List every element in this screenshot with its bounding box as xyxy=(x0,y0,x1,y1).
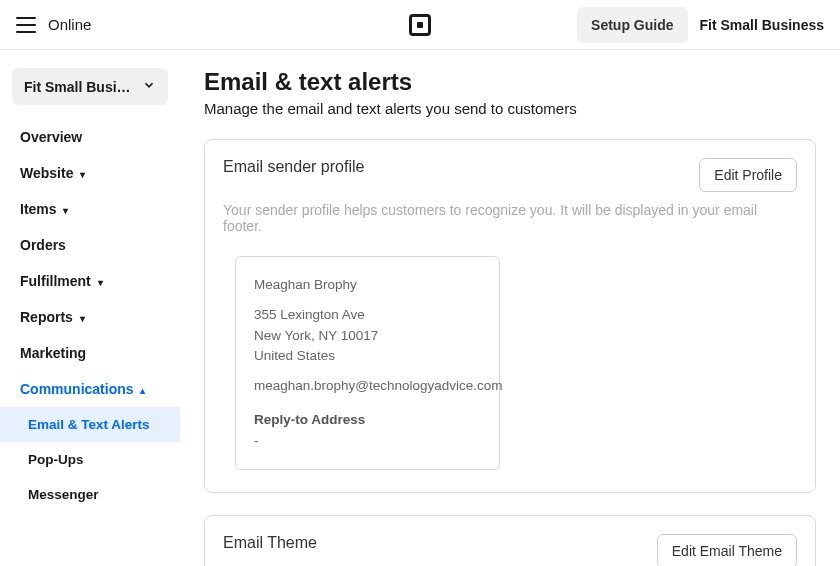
chevron-down-icon: ▾ xyxy=(77,313,85,324)
nav-label: Orders xyxy=(20,237,66,253)
sidebar-item-communications[interactable]: Communications ▴ xyxy=(8,371,172,407)
square-logo-icon xyxy=(409,14,431,36)
sidebar-item-reports[interactable]: Reports ▾ xyxy=(8,299,172,335)
business-name[interactable]: Fit Small Business xyxy=(700,17,824,33)
sender-profile-box: Meaghan Brophy 355 Lexington Ave New Yor… xyxy=(235,256,500,470)
sidebar: Fit Small Busine... Overview Website ▾ I… xyxy=(0,50,180,566)
sidebar-item-overview[interactable]: Overview xyxy=(8,119,172,155)
edit-profile-button[interactable]: Edit Profile xyxy=(699,158,797,192)
sidebar-item-email-text-alerts[interactable]: Email & Text Alerts xyxy=(0,407,180,442)
sender-address-line1: 355 Lexington Ave xyxy=(254,305,481,325)
sender-address-line2: New York, NY 10017 xyxy=(254,326,481,346)
sidebar-item-marketing[interactable]: Marketing xyxy=(8,335,172,371)
main-content: Email & text alerts Manage the email and… xyxy=(180,50,840,566)
card-title: Email Theme xyxy=(223,534,317,552)
sidebar-item-messenger[interactable]: Messenger xyxy=(8,477,172,512)
nav-label: Pop-Ups xyxy=(28,452,84,467)
nav-label: Messenger xyxy=(28,487,99,502)
chevron-down-icon: ▾ xyxy=(77,169,85,180)
chevron-down-icon: ▾ xyxy=(95,277,103,288)
nav-label: Fulfillment xyxy=(20,273,91,289)
page-title: Email & text alerts xyxy=(204,68,816,96)
page-description: Manage the email and text alerts you sen… xyxy=(204,100,816,117)
nav-label: Reports xyxy=(20,309,73,325)
email-theme-card: Email Theme Edit Email Theme Customize y… xyxy=(204,515,816,566)
setup-guide-button[interactable]: Setup Guide xyxy=(577,7,687,43)
sidebar-item-pop-ups[interactable]: Pop-Ups xyxy=(8,442,172,477)
card-title: Email sender profile xyxy=(223,158,364,176)
edit-email-theme-button[interactable]: Edit Email Theme xyxy=(657,534,797,566)
card-subtitle: Your sender profile helps customers to r… xyxy=(223,202,797,234)
nav-label: Email & Text Alerts xyxy=(28,417,150,432)
nav-label: Communications xyxy=(20,381,134,397)
sidebar-item-fulfillment[interactable]: Fulfillment ▾ xyxy=(8,263,172,299)
chevron-down-icon xyxy=(142,78,156,95)
sidebar-item-orders[interactable]: Orders xyxy=(8,227,172,263)
email-sender-profile-card: Email sender profile Edit Profile Your s… xyxy=(204,139,816,493)
nav-label: Marketing xyxy=(20,345,86,361)
nav-label: Website xyxy=(20,165,73,181)
nav-label: Items xyxy=(20,201,57,217)
site-switcher-label: Fit Small Busine... xyxy=(24,79,139,95)
logo[interactable] xyxy=(409,14,431,36)
top-bar: Online Setup Guide Fit Small Business xyxy=(0,0,840,50)
chevron-up-icon: ▴ xyxy=(138,385,146,396)
app-title: Online xyxy=(48,16,91,33)
sender-name: Meaghan Brophy xyxy=(254,275,481,295)
sender-address-line3: United States xyxy=(254,346,481,366)
chevron-down-icon: ▾ xyxy=(61,205,69,216)
sidebar-item-items[interactable]: Items ▾ xyxy=(8,191,172,227)
menu-icon[interactable] xyxy=(16,17,36,33)
reply-to-label: Reply-to Address xyxy=(254,410,481,430)
site-switcher[interactable]: Fit Small Busine... xyxy=(12,68,168,105)
reply-to-value: - xyxy=(254,431,481,451)
sender-email: meaghan.brophy@technologyadvice.com xyxy=(254,376,481,396)
nav-label: Overview xyxy=(20,129,82,145)
sidebar-item-website[interactable]: Website ▾ xyxy=(8,155,172,191)
